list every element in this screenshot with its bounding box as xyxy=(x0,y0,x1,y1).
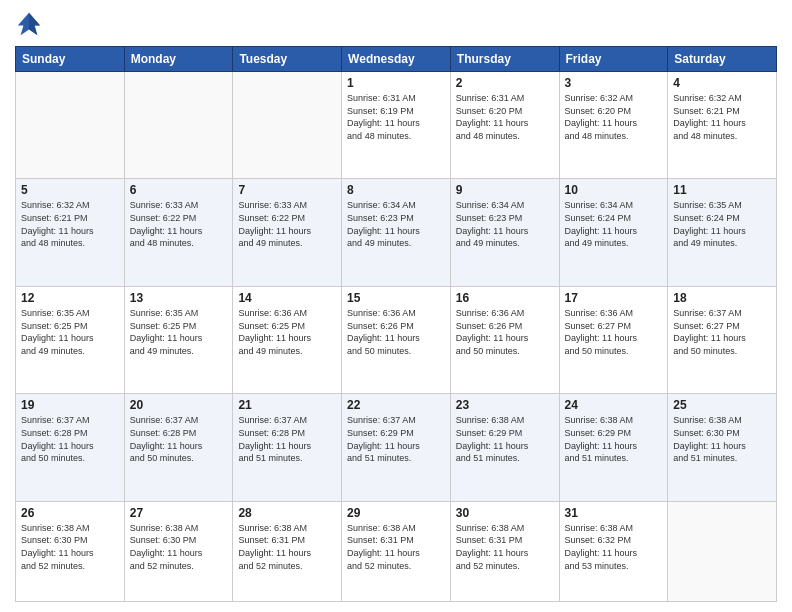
day-info: Sunrise: 6:36 AM Sunset: 6:26 PM Dayligh… xyxy=(347,307,445,357)
day-number: 29 xyxy=(347,506,445,520)
calendar-cell: 5Sunrise: 6:32 AM Sunset: 6:21 PM Daylig… xyxy=(16,179,125,286)
calendar-cell: 4Sunrise: 6:32 AM Sunset: 6:21 PM Daylig… xyxy=(668,72,777,179)
calendar-cell: 9Sunrise: 6:34 AM Sunset: 6:23 PM Daylig… xyxy=(450,179,559,286)
day-info: Sunrise: 6:38 AM Sunset: 6:31 PM Dayligh… xyxy=(238,522,336,572)
calendar-cell: 23Sunrise: 6:38 AM Sunset: 6:29 PM Dayli… xyxy=(450,394,559,501)
calendar-cell: 24Sunrise: 6:38 AM Sunset: 6:29 PM Dayli… xyxy=(559,394,668,501)
day-number: 13 xyxy=(130,291,228,305)
day-info: Sunrise: 6:38 AM Sunset: 6:29 PM Dayligh… xyxy=(456,414,554,464)
calendar-cell: 16Sunrise: 6:36 AM Sunset: 6:26 PM Dayli… xyxy=(450,286,559,393)
day-info: Sunrise: 6:35 AM Sunset: 6:24 PM Dayligh… xyxy=(673,199,771,249)
weekday-header-thursday: Thursday xyxy=(450,47,559,72)
day-info: Sunrise: 6:37 AM Sunset: 6:28 PM Dayligh… xyxy=(130,414,228,464)
day-number: 15 xyxy=(347,291,445,305)
calendar-cell: 26Sunrise: 6:38 AM Sunset: 6:30 PM Dayli… xyxy=(16,501,125,601)
calendar-cell: 25Sunrise: 6:38 AM Sunset: 6:30 PM Dayli… xyxy=(668,394,777,501)
day-info: Sunrise: 6:34 AM Sunset: 6:24 PM Dayligh… xyxy=(565,199,663,249)
day-number: 21 xyxy=(238,398,336,412)
calendar-cell: 6Sunrise: 6:33 AM Sunset: 6:22 PM Daylig… xyxy=(124,179,233,286)
day-number: 19 xyxy=(21,398,119,412)
day-number: 10 xyxy=(565,183,663,197)
logo xyxy=(15,10,47,38)
calendar-cell xyxy=(124,72,233,179)
logo-icon xyxy=(15,10,43,38)
page-header xyxy=(15,10,777,38)
day-info: Sunrise: 6:33 AM Sunset: 6:22 PM Dayligh… xyxy=(238,199,336,249)
svg-marker-1 xyxy=(29,13,40,35)
calendar-table: SundayMondayTuesdayWednesdayThursdayFrid… xyxy=(15,46,777,602)
day-info: Sunrise: 6:38 AM Sunset: 6:30 PM Dayligh… xyxy=(673,414,771,464)
calendar-cell: 8Sunrise: 6:34 AM Sunset: 6:23 PM Daylig… xyxy=(342,179,451,286)
day-number: 30 xyxy=(456,506,554,520)
calendar-cell: 10Sunrise: 6:34 AM Sunset: 6:24 PM Dayli… xyxy=(559,179,668,286)
day-number: 26 xyxy=(21,506,119,520)
day-number: 31 xyxy=(565,506,663,520)
weekday-header-tuesday: Tuesday xyxy=(233,47,342,72)
calendar-cell: 1Sunrise: 6:31 AM Sunset: 6:19 PM Daylig… xyxy=(342,72,451,179)
day-info: Sunrise: 6:37 AM Sunset: 6:28 PM Dayligh… xyxy=(21,414,119,464)
calendar-cell: 19Sunrise: 6:37 AM Sunset: 6:28 PM Dayli… xyxy=(16,394,125,501)
day-number: 12 xyxy=(21,291,119,305)
day-info: Sunrise: 6:31 AM Sunset: 6:19 PM Dayligh… xyxy=(347,92,445,142)
calendar-week-1: 1Sunrise: 6:31 AM Sunset: 6:19 PM Daylig… xyxy=(16,72,777,179)
calendar-week-5: 26Sunrise: 6:38 AM Sunset: 6:30 PM Dayli… xyxy=(16,501,777,601)
calendar-cell: 3Sunrise: 6:32 AM Sunset: 6:20 PM Daylig… xyxy=(559,72,668,179)
day-number: 9 xyxy=(456,183,554,197)
day-number: 17 xyxy=(565,291,663,305)
day-info: Sunrise: 6:34 AM Sunset: 6:23 PM Dayligh… xyxy=(347,199,445,249)
day-info: Sunrise: 6:32 AM Sunset: 6:21 PM Dayligh… xyxy=(673,92,771,142)
calendar-cell: 11Sunrise: 6:35 AM Sunset: 6:24 PM Dayli… xyxy=(668,179,777,286)
calendar-cell xyxy=(16,72,125,179)
calendar-cell: 27Sunrise: 6:38 AM Sunset: 6:30 PM Dayli… xyxy=(124,501,233,601)
day-info: Sunrise: 6:35 AM Sunset: 6:25 PM Dayligh… xyxy=(21,307,119,357)
weekday-header-wednesday: Wednesday xyxy=(342,47,451,72)
day-number: 4 xyxy=(673,76,771,90)
page: SundayMondayTuesdayWednesdayThursdayFrid… xyxy=(0,0,792,612)
day-info: Sunrise: 6:38 AM Sunset: 6:30 PM Dayligh… xyxy=(130,522,228,572)
day-number: 20 xyxy=(130,398,228,412)
day-info: Sunrise: 6:38 AM Sunset: 6:32 PM Dayligh… xyxy=(565,522,663,572)
day-number: 14 xyxy=(238,291,336,305)
day-info: Sunrise: 6:37 AM Sunset: 6:27 PM Dayligh… xyxy=(673,307,771,357)
day-info: Sunrise: 6:32 AM Sunset: 6:21 PM Dayligh… xyxy=(21,199,119,249)
day-number: 23 xyxy=(456,398,554,412)
day-number: 6 xyxy=(130,183,228,197)
day-info: Sunrise: 6:34 AM Sunset: 6:23 PM Dayligh… xyxy=(456,199,554,249)
day-info: Sunrise: 6:37 AM Sunset: 6:29 PM Dayligh… xyxy=(347,414,445,464)
day-number: 1 xyxy=(347,76,445,90)
calendar-cell: 20Sunrise: 6:37 AM Sunset: 6:28 PM Dayli… xyxy=(124,394,233,501)
day-info: Sunrise: 6:38 AM Sunset: 6:31 PM Dayligh… xyxy=(347,522,445,572)
day-number: 8 xyxy=(347,183,445,197)
calendar-week-2: 5Sunrise: 6:32 AM Sunset: 6:21 PM Daylig… xyxy=(16,179,777,286)
calendar-cell xyxy=(233,72,342,179)
calendar-cell xyxy=(668,501,777,601)
calendar-cell: 31Sunrise: 6:38 AM Sunset: 6:32 PM Dayli… xyxy=(559,501,668,601)
day-number: 7 xyxy=(238,183,336,197)
day-info: Sunrise: 6:37 AM Sunset: 6:28 PM Dayligh… xyxy=(238,414,336,464)
weekday-header-monday: Monday xyxy=(124,47,233,72)
calendar-week-3: 12Sunrise: 6:35 AM Sunset: 6:25 PM Dayli… xyxy=(16,286,777,393)
day-number: 28 xyxy=(238,506,336,520)
day-number: 25 xyxy=(673,398,771,412)
calendar-cell: 29Sunrise: 6:38 AM Sunset: 6:31 PM Dayli… xyxy=(342,501,451,601)
day-info: Sunrise: 6:36 AM Sunset: 6:26 PM Dayligh… xyxy=(456,307,554,357)
weekday-header-saturday: Saturday xyxy=(668,47,777,72)
day-number: 18 xyxy=(673,291,771,305)
calendar-cell: 22Sunrise: 6:37 AM Sunset: 6:29 PM Dayli… xyxy=(342,394,451,501)
day-number: 16 xyxy=(456,291,554,305)
weekday-header-sunday: Sunday xyxy=(16,47,125,72)
day-info: Sunrise: 6:35 AM Sunset: 6:25 PM Dayligh… xyxy=(130,307,228,357)
day-number: 22 xyxy=(347,398,445,412)
day-number: 5 xyxy=(21,183,119,197)
day-info: Sunrise: 6:31 AM Sunset: 6:20 PM Dayligh… xyxy=(456,92,554,142)
calendar-cell: 21Sunrise: 6:37 AM Sunset: 6:28 PM Dayli… xyxy=(233,394,342,501)
calendar-cell: 15Sunrise: 6:36 AM Sunset: 6:26 PM Dayli… xyxy=(342,286,451,393)
day-number: 3 xyxy=(565,76,663,90)
calendar-cell: 14Sunrise: 6:36 AM Sunset: 6:25 PM Dayli… xyxy=(233,286,342,393)
weekday-header-row: SundayMondayTuesdayWednesdayThursdayFrid… xyxy=(16,47,777,72)
calendar-cell: 7Sunrise: 6:33 AM Sunset: 6:22 PM Daylig… xyxy=(233,179,342,286)
calendar-cell: 13Sunrise: 6:35 AM Sunset: 6:25 PM Dayli… xyxy=(124,286,233,393)
day-number: 11 xyxy=(673,183,771,197)
weekday-header-friday: Friday xyxy=(559,47,668,72)
day-info: Sunrise: 6:33 AM Sunset: 6:22 PM Dayligh… xyxy=(130,199,228,249)
